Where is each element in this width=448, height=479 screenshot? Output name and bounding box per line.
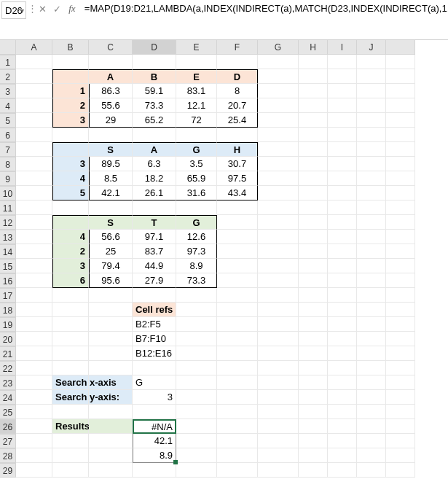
cell[interactable]	[89, 361, 133, 375]
cell[interactable]	[89, 448, 133, 463]
cell[interactable]	[386, 200, 415, 215]
cell[interactable]	[386, 434, 415, 448]
cell[interactable]: 26.1	[133, 186, 176, 200]
cell[interactable]	[52, 288, 89, 303]
cell[interactable]: 1	[52, 84, 89, 98]
cell[interactable]	[299, 186, 328, 200]
cell[interactable]	[16, 390, 52, 405]
cell[interactable]: Search x-axis	[52, 375, 89, 390]
cell[interactable]: 27.9	[133, 273, 176, 288]
cell[interactable]	[357, 361, 386, 375]
cell[interactable]: 89.5	[89, 157, 133, 171]
col-header[interactable]: H	[299, 40, 328, 55]
cell[interactable]	[386, 332, 415, 346]
cell[interactable]	[52, 215, 89, 230]
cell[interactable]	[16, 448, 52, 463]
cell[interactable]	[299, 434, 328, 448]
cell[interactable]	[258, 128, 299, 142]
cell[interactable]: 29	[89, 113, 133, 128]
cell[interactable]	[217, 390, 258, 405]
cell[interactable]	[328, 55, 357, 69]
cell[interactable]	[217, 375, 258, 390]
cell[interactable]: 42.1	[89, 186, 133, 200]
row-header[interactable]: 9	[0, 171, 16, 186]
cell[interactable]	[386, 375, 415, 390]
cell[interactable]	[328, 390, 357, 405]
cell[interactable]	[386, 288, 415, 303]
cell[interactable]	[16, 142, 52, 157]
cell[interactable]	[328, 186, 357, 200]
cell[interactable]	[258, 288, 299, 303]
cell[interactable]	[52, 448, 89, 463]
cell[interactable]	[386, 303, 415, 317]
cell[interactable]: 56.6	[89, 230, 133, 244]
cell[interactable]: G	[133, 375, 176, 390]
cell[interactable]: 86.3	[89, 84, 133, 98]
cell[interactable]	[357, 419, 386, 434]
cell[interactable]	[357, 273, 386, 288]
cell[interactable]	[176, 448, 217, 463]
row-header[interactable]: 3	[0, 84, 16, 98]
cell[interactable]	[16, 259, 52, 273]
cell[interactable]	[16, 405, 52, 419]
cell[interactable]	[357, 463, 386, 478]
cell[interactable]	[357, 55, 386, 69]
cell[interactable]: 25.4	[217, 113, 258, 128]
cell[interactable]	[133, 128, 176, 142]
cell[interactable]	[357, 157, 386, 171]
cell[interactable]: 3	[52, 259, 89, 273]
row-header[interactable]: 1	[0, 55, 16, 69]
cell[interactable]	[357, 186, 386, 200]
cell[interactable]: 6	[52, 273, 89, 288]
cell[interactable]	[299, 273, 328, 288]
row-header[interactable]: 25	[0, 405, 16, 419]
cell[interactable]	[89, 346, 133, 361]
cell[interactable]: G	[176, 142, 217, 157]
cell[interactable]	[16, 186, 52, 200]
cell[interactable]	[357, 215, 386, 230]
cell[interactable]: 79.4	[89, 259, 133, 273]
cell[interactable]: 8.5	[89, 171, 133, 186]
cell[interactable]	[299, 98, 328, 113]
cell[interactable]	[386, 84, 415, 98]
cell[interactable]	[386, 317, 415, 332]
cell[interactable]: 97.5	[217, 171, 258, 186]
cell[interactable]: 59.1	[133, 84, 176, 98]
cell[interactable]	[258, 317, 299, 332]
cell[interactable]	[176, 405, 217, 419]
cell[interactable]: 3	[52, 157, 89, 171]
cell[interactable]	[258, 215, 299, 230]
cell[interactable]	[328, 69, 357, 84]
cell[interactable]	[217, 128, 258, 142]
cell[interactable]	[299, 113, 328, 128]
cell[interactable]	[16, 361, 52, 375]
row-header[interactable]: 21	[0, 346, 16, 361]
cell[interactable]: S	[89, 215, 133, 230]
cell[interactable]	[258, 98, 299, 113]
cell[interactable]	[299, 259, 328, 273]
cell[interactable]: 4	[52, 230, 89, 244]
cell[interactable]	[16, 113, 52, 128]
cell[interactable]	[386, 419, 415, 434]
row-header[interactable]: 26	[0, 419, 16, 434]
cell[interactable]: 18.2	[133, 171, 176, 186]
cell[interactable]	[299, 128, 328, 142]
cell[interactable]	[16, 288, 52, 303]
cell[interactable]	[217, 200, 258, 215]
cell[interactable]	[258, 200, 299, 215]
cell[interactable]	[328, 84, 357, 98]
cell[interactable]	[328, 215, 357, 230]
cell[interactable]	[217, 346, 258, 361]
cell[interactable]	[89, 434, 133, 448]
cell[interactable]	[52, 434, 89, 448]
cell[interactable]	[217, 303, 258, 317]
col-header[interactable]: I	[328, 40, 357, 55]
cell[interactable]: S	[89, 142, 133, 157]
cell[interactable]	[328, 419, 357, 434]
cell[interactable]	[133, 55, 176, 69]
cell[interactable]: 65.9	[176, 171, 217, 186]
cell[interactable]	[52, 405, 89, 419]
cell[interactable]	[299, 448, 328, 463]
cell[interactable]	[176, 200, 217, 215]
cell[interactable]	[176, 419, 217, 434]
